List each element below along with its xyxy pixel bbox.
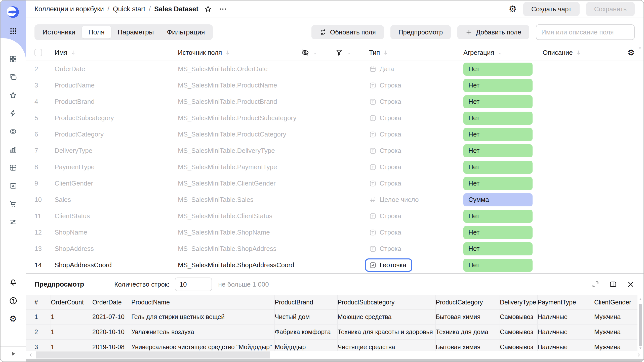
table-row[interactable]: 7DeliveryTypeMS_SalesMiniTable.DeliveryT… xyxy=(26,143,643,159)
table-row[interactable]: 2OrderDateMS_SalesMiniTable.OrderDateДат… xyxy=(26,61,643,77)
aggregation-badge[interactable]: Нет xyxy=(463,226,533,239)
preview-horizontal-scrollbar[interactable] xyxy=(26,351,643,359)
aggregation-badge[interactable]: Нет xyxy=(463,79,533,92)
aggregation-badge[interactable]: Нет xyxy=(463,95,533,108)
field-type-select[interactable]: Строка xyxy=(369,147,401,155)
favorite-star-icon[interactable] xyxy=(204,5,212,13)
aggregation-badge[interactable]: Нет xyxy=(463,259,533,272)
aggregation-badge[interactable]: Нет xyxy=(463,210,533,223)
select-all-checkbox[interactable] xyxy=(34,49,42,56)
field-type-select[interactable]: Строка xyxy=(369,98,401,106)
table-row[interactable]: 6ProductCategoryMS_SalesMiniTable.Produc… xyxy=(26,126,643,143)
column-header-filter[interactable] xyxy=(335,49,369,57)
create-chart-button[interactable]: Создать чарт xyxy=(523,2,580,16)
sidebar-item-storage[interactable] xyxy=(6,179,20,193)
sidebar-item-services[interactable] xyxy=(6,124,20,139)
sidebar-item-dashboards[interactable] xyxy=(6,52,20,66)
scrollbar-thumb[interactable] xyxy=(36,351,270,358)
sidebar-item-notifications[interactable] xyxy=(6,276,20,290)
close-preview-icon[interactable] xyxy=(627,280,635,288)
breadcrumb-workbook[interactable]: Quick start xyxy=(113,5,145,13)
field-type-select[interactable]: Дата xyxy=(369,65,394,73)
aggregation-badge[interactable]: Нет xyxy=(463,63,533,76)
column-header-type[interactable]: Тип xyxy=(369,49,463,57)
sidebar-item-pipelines[interactable] xyxy=(6,215,20,229)
scroll-down-icon[interactable] xyxy=(638,346,642,350)
table-row[interactable]: 11ClientStatusMS_SalesMiniTable.ClientSt… xyxy=(26,208,643,224)
sort-icon[interactable] xyxy=(312,49,318,56)
scroll-left-icon[interactable] xyxy=(28,352,33,358)
split-view-icon[interactable] xyxy=(609,280,617,288)
tab-sources[interactable]: Источники xyxy=(36,26,82,38)
aggregation-badge[interactable]: Нет xyxy=(463,177,533,190)
sort-icon[interactable] xyxy=(224,49,231,56)
sidebar-item-charts[interactable] xyxy=(6,143,20,157)
sidebar-item-collections[interactable] xyxy=(6,70,20,84)
datalens-logo-icon[interactable] xyxy=(7,6,19,18)
preview-vertical-scrollbar[interactable] xyxy=(638,297,643,350)
field-type-select[interactable]: Целое число xyxy=(369,196,419,204)
aggregation-badge[interactable]: Нет xyxy=(463,112,533,125)
add-field-button[interactable]: Добавить поле xyxy=(457,25,529,39)
dataset-settings-gear-icon[interactable]: ⚙ xyxy=(509,5,517,14)
field-type-select[interactable]: Геоточка xyxy=(365,258,412,272)
sidebar-item-automation[interactable] xyxy=(6,106,20,120)
field-source-cell: MS_SalesMiniTable.ProductSubcategory xyxy=(178,114,301,122)
tab-fields[interactable]: Поля xyxy=(82,26,111,38)
field-type-select[interactable]: Строка xyxy=(369,114,401,122)
sort-icon[interactable] xyxy=(497,49,503,56)
columns-settings-gear-icon[interactable]: ⚙ xyxy=(627,49,635,57)
sidebar-item-settings[interactable]: ⚙ xyxy=(6,312,20,326)
field-type-select[interactable]: Строка xyxy=(369,163,401,171)
table-row[interactable]: 4ProductBrandMS_SalesMiniTable.ProductBr… xyxy=(26,94,643,110)
table-row[interactable]: 5ProductSubcategoryMS_SalesMiniTable.Pro… xyxy=(26,110,643,126)
aggregation-badge[interactable]: Нет xyxy=(463,128,533,141)
aggregation-badge[interactable]: Нет xyxy=(463,242,533,255)
refresh-fields-button[interactable]: Обновить поля xyxy=(311,25,384,39)
column-header-source[interactable]: Источник поля xyxy=(178,49,301,57)
aggregation-badge[interactable]: Нет xyxy=(463,161,533,174)
sidebar-item-help[interactable] xyxy=(6,294,20,308)
rows-count-input[interactable] xyxy=(175,278,212,291)
field-search-input[interactable] xyxy=(536,24,635,40)
field-type-select[interactable]: Строка xyxy=(369,229,401,236)
scrollbar-thumb[interactable] xyxy=(639,304,642,346)
table-row[interactable]: 9ClientGenderMS_SalesMiniTable.ClientGen… xyxy=(26,175,643,192)
scroll-up-icon[interactable] xyxy=(637,46,642,51)
table-row[interactable]: 14ShopAddressCoordMS_SalesMiniTable.Shop… xyxy=(26,257,643,273)
field-type-select[interactable]: Строка xyxy=(369,81,401,89)
table-row[interactable]: 8PaymentTypeMS_SalesMiniTable.PaymentTyp… xyxy=(26,159,643,175)
table-row[interactable]: 12ShopNameMS_SalesMiniTable.ShopNameСтро… xyxy=(26,224,643,241)
tab-filtering[interactable]: Фильтрация xyxy=(160,26,212,38)
scroll-right-icon[interactable] xyxy=(636,352,641,358)
sidebar-item-marketplace[interactable] xyxy=(6,197,20,211)
column-header-aggregation[interactable]: Агрегация xyxy=(463,49,543,57)
field-type-select[interactable]: Строка xyxy=(369,179,401,187)
sort-icon[interactable] xyxy=(346,49,352,56)
field-type-select[interactable]: Строка xyxy=(369,245,401,253)
table-row[interactable]: 13ShopAddressMS_SalesMiniTable.ShopAddre… xyxy=(26,241,643,257)
scroll-up-icon[interactable] xyxy=(638,297,642,301)
aggregation-badge[interactable]: Сумма xyxy=(463,193,533,206)
table-row[interactable]: 10SalesMS_SalesMiniTable.SalesЦелое числ… xyxy=(26,192,643,208)
apps-grid-icon[interactable] xyxy=(9,27,18,35)
more-options-icon[interactable] xyxy=(219,5,227,13)
field-type-select[interactable]: Строка xyxy=(369,212,401,220)
preview-button[interactable]: Предпросмотр xyxy=(390,25,451,39)
expand-preview-icon[interactable] xyxy=(591,280,599,288)
save-button[interactable]: Сохранить xyxy=(586,2,635,16)
sort-icon[interactable] xyxy=(575,49,582,56)
column-header-hidden[interactable] xyxy=(301,49,335,57)
table-row[interactable]: 3ProductNameMS_SalesMiniTable.ProductNam… xyxy=(26,77,643,94)
tab-parameters[interactable]: Параметры xyxy=(111,26,160,38)
sidebar-expand-button[interactable] xyxy=(1,346,26,360)
sidebar-item-tables[interactable] xyxy=(6,161,20,175)
sort-icon[interactable] xyxy=(70,49,76,56)
sidebar-item-favorites[interactable] xyxy=(6,88,20,102)
aggregation-badge[interactable]: Нет xyxy=(463,144,533,157)
column-header-description[interactable]: Описание xyxy=(543,49,617,57)
column-header-name[interactable]: Имя xyxy=(55,49,178,57)
sort-icon[interactable] xyxy=(382,49,389,56)
field-type-select[interactable]: Строка xyxy=(369,130,401,138)
breadcrumb-collections[interactable]: Коллекции и воркбуки xyxy=(34,5,104,13)
